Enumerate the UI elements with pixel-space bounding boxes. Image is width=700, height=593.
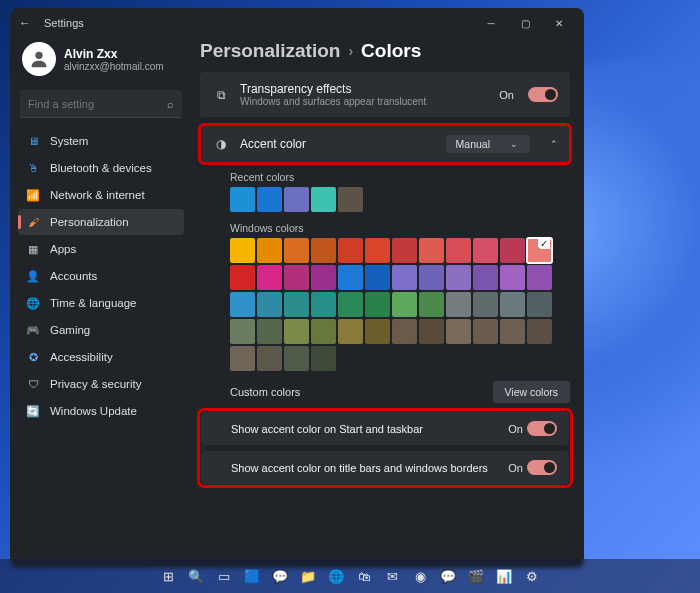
taskbar-taskview-icon[interactable]: ▭	[212, 564, 236, 588]
taskbar-chat-icon[interactable]: 💬	[268, 564, 292, 588]
color-swatch[interactable]	[392, 319, 417, 344]
color-swatch[interactable]	[473, 265, 498, 290]
taskbar-start-icon[interactable]: ⊞	[156, 564, 180, 588]
color-swatch[interactable]	[527, 238, 552, 263]
sidebar-item-accounts[interactable]: 👤Accounts	[18, 263, 184, 289]
sidebar-item-time-language[interactable]: 🌐Time & language	[18, 290, 184, 316]
color-swatch[interactable]	[419, 265, 444, 290]
color-swatch[interactable]	[473, 292, 498, 317]
color-swatch[interactable]	[392, 265, 417, 290]
color-swatch[interactable]	[257, 346, 282, 371]
color-swatch[interactable]	[284, 265, 309, 290]
close-button[interactable]: ✕	[542, 9, 576, 37]
sidebar-item-bluetooth-devices[interactable]: 🖱Bluetooth & devices	[18, 155, 184, 181]
color-swatch[interactable]	[311, 265, 336, 290]
recent-color-swatch[interactable]	[257, 187, 282, 212]
color-swatch[interactable]	[446, 238, 471, 263]
color-swatch[interactable]	[527, 319, 552, 344]
taskbar-settings-icon[interactable]: ⚙	[520, 564, 544, 588]
sidebar-item-system[interactable]: 🖥System	[18, 128, 184, 154]
color-swatch[interactable]	[500, 319, 525, 344]
accent-titlebars-row[interactable]: Show accent color on title bars and wind…	[201, 451, 569, 484]
color-swatch[interactable]	[419, 319, 444, 344]
taskbar-explorer-icon[interactable]: 📁	[296, 564, 320, 588]
color-swatch[interactable]	[230, 292, 255, 317]
sidebar-item-apps[interactable]: ▦Apps	[18, 236, 184, 262]
breadcrumb-parent[interactable]: Personalization	[200, 40, 340, 62]
sidebar-item-personalization[interactable]: 🖌Personalization	[18, 209, 184, 235]
accent-titlebars-toggle[interactable]	[527, 460, 557, 475]
sidebar-item-accessibility[interactable]: ✪Accessibility	[18, 344, 184, 370]
color-swatch[interactable]	[311, 292, 336, 317]
taskbar-search-icon[interactable]: 🔍	[184, 564, 208, 588]
color-swatch[interactable]	[311, 238, 336, 263]
color-swatch[interactable]	[446, 319, 471, 344]
view-colors-button[interactable]: View colors	[493, 381, 571, 403]
maximize-button[interactable]: ▢	[508, 9, 542, 37]
color-swatch[interactable]	[338, 265, 363, 290]
taskbar-store-icon[interactable]: 🛍	[352, 564, 376, 588]
color-swatch[interactable]	[338, 319, 363, 344]
accent-start-taskbar-toggle[interactable]	[527, 421, 557, 436]
sidebar-item-privacy-security[interactable]: 🛡Privacy & security	[18, 371, 184, 397]
taskbar[interactable]: ⊞🔍▭🟦💬📁🌐🛍✉◉💬🎬📊⚙	[0, 559, 700, 593]
color-swatch[interactable]	[311, 319, 336, 344]
accent-start-taskbar-row[interactable]: Show accent color on Start and taskbar O…	[201, 412, 569, 445]
color-swatch[interactable]	[365, 238, 390, 263]
transparency-toggle[interactable]	[528, 87, 558, 102]
chevron-up-icon[interactable]: ⌃	[550, 139, 558, 149]
color-swatch[interactable]	[230, 346, 255, 371]
taskbar-messenger-icon[interactable]: 💬	[436, 564, 460, 588]
color-swatch[interactable]	[284, 292, 309, 317]
color-swatch[interactable]	[500, 238, 525, 263]
color-swatch[interactable]	[473, 319, 498, 344]
color-swatch[interactable]	[392, 238, 417, 263]
color-swatch[interactable]	[419, 292, 444, 317]
color-swatch[interactable]	[527, 265, 552, 290]
color-swatch[interactable]	[257, 238, 282, 263]
color-swatch[interactable]	[284, 238, 309, 263]
minimize-button[interactable]: ─	[474, 9, 508, 37]
taskbar-video-icon[interactable]: 🎬	[464, 564, 488, 588]
color-swatch[interactable]	[230, 238, 255, 263]
color-swatch[interactable]	[365, 319, 390, 344]
sidebar-item-gaming[interactable]: 🎮Gaming	[18, 317, 184, 343]
color-swatch[interactable]	[257, 265, 282, 290]
color-swatch[interactable]	[338, 238, 363, 263]
color-swatch[interactable]	[257, 292, 282, 317]
color-swatch[interactable]	[473, 238, 498, 263]
color-swatch[interactable]	[284, 346, 309, 371]
color-swatch[interactable]	[230, 319, 255, 344]
color-swatch[interactable]	[392, 292, 417, 317]
color-swatch[interactable]	[257, 319, 282, 344]
color-swatch[interactable]	[311, 346, 336, 371]
color-swatch[interactable]	[500, 265, 525, 290]
taskbar-chart-icon[interactable]: 📊	[492, 564, 516, 588]
accent-color-row[interactable]: ◑ Accent color Manual ⌄ ⌃	[200, 125, 570, 163]
color-swatch[interactable]	[500, 292, 525, 317]
color-swatch[interactable]	[365, 265, 390, 290]
color-swatch[interactable]	[419, 238, 444, 263]
search-input[interactable]	[28, 98, 167, 110]
recent-color-swatch[interactable]	[338, 187, 363, 212]
color-swatch[interactable]	[365, 292, 390, 317]
user-profile[interactable]: Alvin Zxx alvinzxx@hotmail.com	[18, 38, 184, 86]
color-swatch[interactable]	[230, 265, 255, 290]
color-swatch[interactable]	[338, 292, 363, 317]
recent-color-swatch[interactable]	[230, 187, 255, 212]
taskbar-widgets-icon[interactable]: 🟦	[240, 564, 264, 588]
sidebar-item-network-internet[interactable]: 📶Network & internet	[18, 182, 184, 208]
color-swatch[interactable]	[446, 265, 471, 290]
color-swatch[interactable]	[284, 319, 309, 344]
color-swatch[interactable]	[527, 292, 552, 317]
back-button[interactable]: ←	[18, 16, 32, 30]
taskbar-edge-icon[interactable]: 🌐	[324, 564, 348, 588]
recent-color-swatch[interactable]	[284, 187, 309, 212]
recent-color-swatch[interactable]	[311, 187, 336, 212]
taskbar-chrome-icon[interactable]: ◉	[408, 564, 432, 588]
transparency-row[interactable]: ⧉ Transparency effects Windows and surfa…	[200, 72, 570, 117]
taskbar-mail-icon[interactable]: ✉	[380, 564, 404, 588]
accent-mode-dropdown[interactable]: Manual ⌄	[446, 135, 530, 153]
search-box[interactable]: ⌕	[20, 90, 182, 118]
sidebar-item-windows-update[interactable]: 🔄Windows Update	[18, 398, 184, 424]
